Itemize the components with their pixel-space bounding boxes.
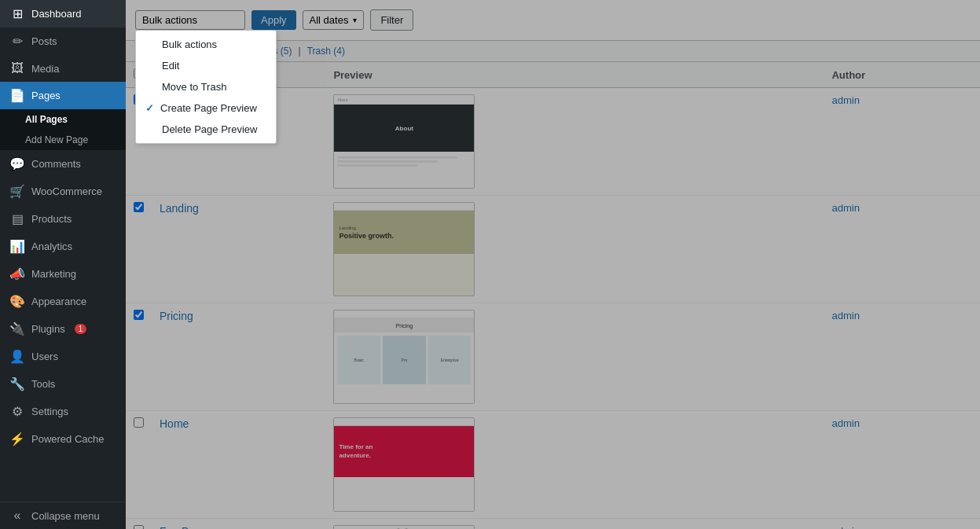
collapse-menu-button[interactable]: « Collapse menu [0,502,126,529]
comments-icon: 💬 [9,156,25,171]
plugins-icon: 🔌 [9,321,25,336]
posts-icon: ✏ [9,34,25,49]
sidebar-item-plugins[interactable]: 🔌 Plugins 1 [0,315,126,343]
sidebar-item-settings[interactable]: ⚙ Settings [0,398,126,425]
sidebar-item-media[interactable]: 🖼 Media [0,55,126,82]
menu-item-delete-page-preview[interactable]: Delete Page Preview [136,119,276,140]
sidebar-item-pages[interactable]: 📄 Pages [0,82,126,109]
dashboard-icon: ⊞ [9,6,25,21]
pages-icon: 📄 [9,88,25,103]
sidebar-item-appearance[interactable]: 🎨 Appearance [0,288,126,315]
settings-icon: ⚙ [9,404,25,419]
sidebar-item-dashboard[interactable]: ⊞ Dashboard [0,0,126,28]
pages-submenu: All Pages Add New Page [0,109,126,150]
marketing-icon: 📣 [9,266,25,281]
sidebar-item-tools[interactable]: 🔧 Tools [0,370,126,398]
sidebar: ⊞ Dashboard ✏ Posts 🖼 Media 📄 Pages All … [0,0,126,529]
products-icon: ▤ [9,211,25,226]
sidebar-item-powered-cache[interactable]: ⚡ Powered Cache [0,425,126,453]
menu-item-move-to-trash[interactable]: Move to Trash [136,76,276,97]
sidebar-item-add-new-page[interactable]: Add New Page [0,130,126,150]
sidebar-item-users[interactable]: 👤 Users [0,343,126,370]
menu-item-edit[interactable]: Edit [136,55,276,76]
sidebar-item-products[interactable]: ▤ Products [0,205,126,233]
analytics-icon: 📊 [9,239,25,254]
powered-cache-icon: ⚡ [9,432,25,446]
media-icon: 🖼 [9,61,25,75]
woocommerce-icon: 🛒 [9,184,25,199]
sidebar-item-marketing[interactable]: 📣 Marketing [0,260,126,288]
sidebar-item-analytics[interactable]: 📊 Analytics [0,233,126,260]
sidebar-item-all-pages[interactable]: All Pages [0,109,126,130]
collapse-menu: « Collapse menu [0,501,126,529]
sidebar-item-woocommerce[interactable]: 🛒 WooCommerce [0,178,126,205]
users-icon: 👤 [9,349,25,364]
main-content: Bulk actions Bulk actions Edit Move to T… [126,0,980,529]
tools-icon: 🔧 [9,377,25,391]
menu-item-create-page-preview[interactable]: Create Page Preview [136,97,276,119]
plugins-badge: 1 [75,324,87,334]
appearance-icon: 🎨 [9,294,25,309]
sidebar-item-posts[interactable]: ✏ Posts [0,28,126,55]
bulk-actions-menu: Bulk actions Edit Move to Trash Create P… [135,30,277,144]
menu-item-bulk-actions[interactable]: Bulk actions [136,34,276,55]
sidebar-item-comments[interactable]: 💬 Comments [0,150,126,178]
collapse-icon: « [9,509,25,523]
